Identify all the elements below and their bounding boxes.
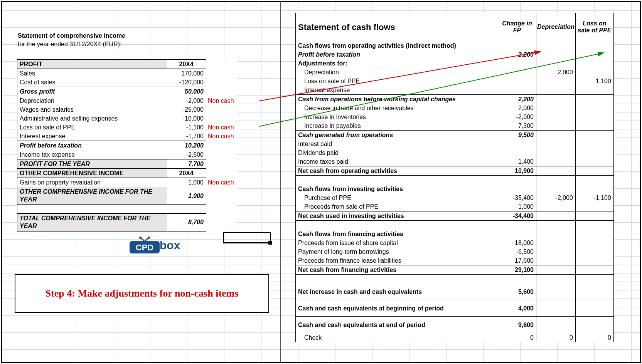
- row-value: 1,000: [498, 202, 536, 211]
- cash-flow-table: Statement of cash flows Change in FP Dep…: [295, 13, 614, 342]
- net-fin-label: Net cash from financing activities: [296, 265, 498, 275]
- row-label: Interest expense: [296, 86, 498, 95]
- scf-title: Statement of cash flows: [296, 13, 498, 41]
- cpd-box-logo: CPD box: [129, 237, 190, 254]
- row-label: Loss on sale of PPE: [17, 123, 167, 132]
- row-value: 1,400: [498, 157, 536, 166]
- row-value: -25,000: [167, 105, 206, 114]
- row-value: 18,000: [498, 238, 536, 247]
- col-head-3: Loss on sale of PPE: [575, 13, 613, 41]
- cash-begin-value: 4,000: [498, 300, 536, 317]
- logo-text: box: [160, 239, 180, 252]
- row-label: Income taxes paid: [296, 157, 498, 166]
- row-label: Payment of long-term borrowings: [296, 247, 498, 256]
- profit-header: PROFIT: [17, 60, 167, 69]
- active-cell[interactable]: [223, 232, 271, 243]
- noncash-note: [206, 105, 237, 114]
- row-value: -1,100: [167, 123, 206, 132]
- svg-point-4: [139, 237, 142, 239]
- spreadsheet-frame: Statement of comprehensive income for th…: [1, 1, 641, 363]
- row-label: Depreciation: [17, 96, 167, 106]
- row-label: Loss on sale of PPE: [296, 77, 498, 86]
- check-v3: 0: [575, 333, 613, 342]
- noncash-note: Non cash: [206, 96, 237, 106]
- oci-total-value: 1,000: [167, 187, 206, 205]
- row-value: 1,000: [167, 178, 206, 187]
- tax-label: Income tax expense: [17, 150, 167, 159]
- gross-profit-label: Gross profit: [17, 87, 167, 96]
- net-op-label: Net cash from operating activities: [296, 166, 498, 176]
- row-value: -120,000: [167, 78, 206, 87]
- check-v2: 0: [536, 333, 576, 342]
- row-value: -6,500: [498, 247, 536, 256]
- row-label: Interest paid: [296, 139, 498, 148]
- row-value: 2,000: [498, 104, 536, 112]
- row-value: -1,100: [575, 193, 613, 202]
- cash-end-value: 9,600: [498, 317, 536, 333]
- pfy-value: 7,700: [167, 159, 206, 169]
- row-value: 17,600: [498, 256, 536, 265]
- noncash-note: Non cash: [206, 178, 237, 187]
- row-value: 2,000: [536, 68, 576, 77]
- net-inv-label: Net cash used in investing activities: [296, 211, 498, 221]
- row-label: Purchase of PPE: [296, 193, 498, 202]
- row-label: Increase in payables: [296, 121, 498, 131]
- svg-point-5: [148, 237, 150, 239]
- row-label: Decrease in trade and other receivables: [296, 104, 498, 112]
- tv-icon: CPD: [129, 237, 160, 254]
- svg-text:CPD: CPD: [136, 243, 153, 252]
- noncash-note: Non cash: [206, 132, 237, 141]
- row-value: -2,000: [167, 96, 206, 106]
- tci-label: TOTAL COMPREHENSIVE INCOME FOR THE YEAR: [17, 213, 167, 231]
- pbt-label: Profit before taxation: [17, 141, 167, 150]
- row-label: Increase in inventories: [296, 112, 498, 121]
- row-label: Depreciation: [296, 68, 498, 77]
- row-value: 170,000: [167, 69, 206, 78]
- row-value: 7,300: [498, 121, 536, 131]
- scf-pbt-value: 2,200: [498, 50, 536, 59]
- row-label: Cost of sales: [17, 78, 167, 87]
- comprehensive-income-table: PROFIT 20X4 Sales 170,000 Cost of sales …: [17, 59, 237, 231]
- pbt-value: 10,200: [167, 141, 206, 150]
- row-label: Interest expense: [17, 132, 167, 141]
- cash-begin-label: Cash and cash equivalents at beginning o…: [296, 300, 498, 317]
- row-value: -35,400: [498, 193, 536, 202]
- inv-activities-header: Cash flows from investing activities: [296, 185, 498, 193]
- sci-title: Statement of comprehensive income: [18, 32, 125, 39]
- oci-year: 20X4: [167, 169, 206, 178]
- net-increase-label: Net increase in cash and cash equivalent…: [296, 283, 498, 300]
- step-callout: Step 4: Make adjustments for non-cash it…: [15, 274, 269, 313]
- row-label: Wages and salaries: [17, 105, 167, 114]
- row-label: Administrative and selling expenses: [17, 114, 167, 123]
- row-label: Proceeds from sale of PPE: [296, 202, 498, 211]
- row-value: -2,000: [498, 112, 536, 121]
- scf-pbt-label: Profit before taxation: [296, 50, 498, 59]
- check-label: Check: [296, 333, 498, 342]
- sci-subtitle: for the year ended 31/12/20X4 (EUR):: [18, 41, 122, 48]
- row-value: -1,700: [167, 132, 206, 141]
- check-v1: 0: [498, 333, 536, 342]
- op-activities-header: Cash flows from operating activities (in…: [296, 41, 498, 50]
- row-value: 1,100: [575, 77, 613, 86]
- tax-value: -2,500: [167, 150, 206, 159]
- net-inv-value: -34,400: [498, 211, 536, 221]
- row-label: Sales: [17, 69, 167, 78]
- net-increase-value: 5,600: [498, 283, 536, 300]
- row-value: -2,000: [536, 193, 576, 202]
- oci-total-label: OTHER COMPREHENSIVE INCOME FOR THE YEAR: [17, 187, 167, 205]
- row-label: Proceeds from issue of share capital: [296, 238, 498, 247]
- gross-profit-value: 50,000: [167, 87, 206, 96]
- noncash-note: Non cash: [206, 123, 237, 132]
- row-label: Dividends paid: [296, 148, 498, 157]
- row-value: -10,000: [167, 114, 206, 123]
- cash-before-wc-label: Cash from operations before working capi…: [296, 95, 498, 104]
- cash-generated-value: 9,500: [498, 131, 536, 140]
- row-label: Gains on property revaluation: [17, 178, 167, 187]
- fin-activities-header: Cash flows from financing activities: [296, 230, 498, 238]
- col-head-2: Depreciation: [536, 13, 576, 41]
- cash-generated-label: Cash generated from operations: [296, 131, 498, 140]
- year: 20X4: [167, 60, 206, 69]
- col-head-1: Change in FP: [498, 13, 536, 41]
- net-fin-value: 29,100: [498, 265, 536, 275]
- pfy-label: PROFIT FOR THE YEAR: [17, 159, 167, 169]
